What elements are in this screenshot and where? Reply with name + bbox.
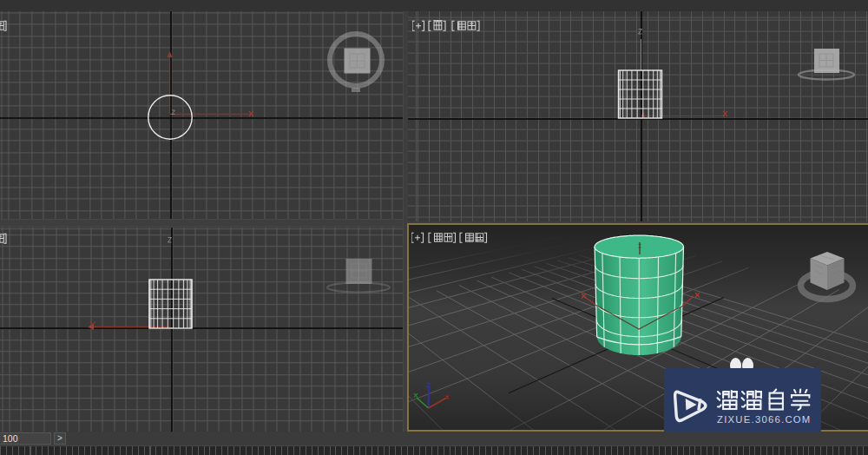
svg-text:ZIXUE.3066.COM: ZIXUE.3066.COM <box>717 414 812 425</box>
